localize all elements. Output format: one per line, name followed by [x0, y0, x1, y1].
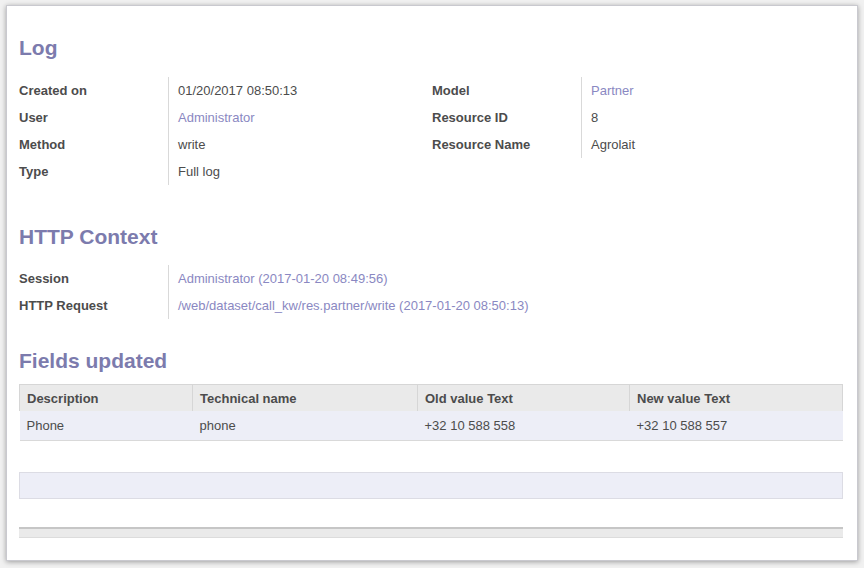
method-label: Method: [19, 131, 168, 158]
empty-list-row: [19, 472, 843, 499]
resource-id-label: Resource ID: [432, 104, 581, 131]
field-row-resource-id: Resource ID 8: [432, 104, 843, 131]
cell-technical-name: phone: [193, 411, 418, 441]
field-row-created-on: Created on 01/20/2017 08:50:13: [19, 77, 432, 104]
session-value: Administrator (2017-01-20 08:49:56): [168, 265, 639, 292]
cell-old-value: +32 10 588 558: [418, 411, 630, 441]
model-label: Model: [432, 77, 581, 104]
created-on-value: 01/20/2017 08:50:13: [168, 77, 432, 104]
field-row-model: Model Partner: [432, 77, 843, 104]
field-row-user: User Administrator: [19, 104, 432, 131]
resource-name-label: Resource Name: [432, 131, 581, 158]
http-context-field-group: Session Administrator (2017-01-20 08:49:…: [19, 265, 639, 319]
column-header-technical-name[interactable]: Technical name: [193, 385, 418, 412]
created-on-label: Created on: [19, 77, 168, 104]
log-field-groups: Created on 01/20/2017 08:50:13 User Admi…: [19, 77, 843, 185]
section-title-fields-updated: Fields updated: [19, 349, 843, 373]
section-title-http-context: HTTP Context: [19, 225, 843, 249]
type-label: Type: [19, 158, 168, 185]
user-value: Administrator: [168, 104, 432, 131]
log-field-group-left: Created on 01/20/2017 08:50:13 User Admi…: [19, 77, 432, 185]
resource-name-text: Agrolait: [591, 137, 635, 152]
column-header-new-value-text[interactable]: New value Text: [630, 385, 843, 412]
http-request-link[interactable]: /web/dataset/call_kw/res.partner/write (…: [178, 298, 528, 313]
field-row-resource-name: Resource Name Agrolait: [432, 131, 843, 158]
log-form-sheet: Log Created on 01/20/2017 08:50:13 User …: [6, 5, 858, 561]
method-text: write: [178, 137, 205, 152]
section-title-log: Log: [19, 36, 843, 60]
resource-name-value: Agrolait: [581, 131, 843, 158]
method-value: write: [168, 131, 432, 158]
field-row-session: Session Administrator (2017-01-20 08:49:…: [19, 265, 639, 292]
field-row-http-request: HTTP Request /web/dataset/call_kw/res.pa…: [19, 292, 639, 319]
cell-new-value: +32 10 588 557: [630, 411, 843, 441]
user-link[interactable]: Administrator: [178, 110, 255, 125]
resource-id-value: 8: [581, 104, 843, 131]
column-header-old-value-text[interactable]: Old value Text: [418, 385, 630, 412]
session-link[interactable]: Administrator (2017-01-20 08:49:56): [178, 271, 388, 286]
column-header-description[interactable]: Description: [20, 385, 193, 412]
http-request-value: /web/dataset/call_kw/res.partner/write (…: [168, 292, 639, 319]
log-field-group-right: Model Partner Resource ID 8 Resource Nam…: [432, 77, 843, 185]
type-text: Full log: [178, 164, 220, 179]
resource-id-text: 8: [591, 110, 598, 125]
model-value: Partner: [581, 77, 843, 104]
fields-table-header-row: Description Technical name Old value Tex…: [20, 385, 843, 412]
session-label: Session: [19, 265, 168, 292]
model-link[interactable]: Partner: [591, 83, 634, 98]
table-row-phone[interactable]: Phone phone +32 10 588 558 +32 10 588 55…: [20, 411, 843, 441]
type-value: Full log: [168, 158, 432, 185]
user-label: User: [19, 104, 168, 131]
field-row-type: Type Full log: [19, 158, 432, 185]
fields-updated-table: Description Technical name Old value Tex…: [19, 384, 843, 441]
field-row-method: Method write: [19, 131, 432, 158]
cell-description: Phone: [20, 411, 193, 441]
created-on-text: 01/20/2017 08:50:13: [178, 83, 297, 98]
empty-list-header-strip: [19, 527, 843, 538]
http-request-label: HTTP Request: [19, 292, 168, 319]
